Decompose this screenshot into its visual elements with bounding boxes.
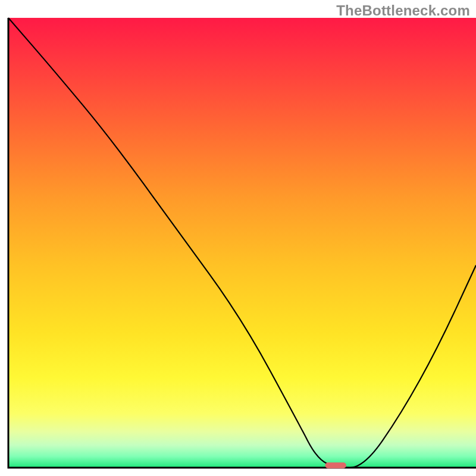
watermark-text: TheBottleneck.com <box>336 2 470 19</box>
chart-frame: TheBottleneck.com <box>0 0 476 476</box>
plot-background <box>8 18 476 468</box>
optimal-marker <box>325 462 346 468</box>
bottleneck-plot <box>0 0 476 476</box>
